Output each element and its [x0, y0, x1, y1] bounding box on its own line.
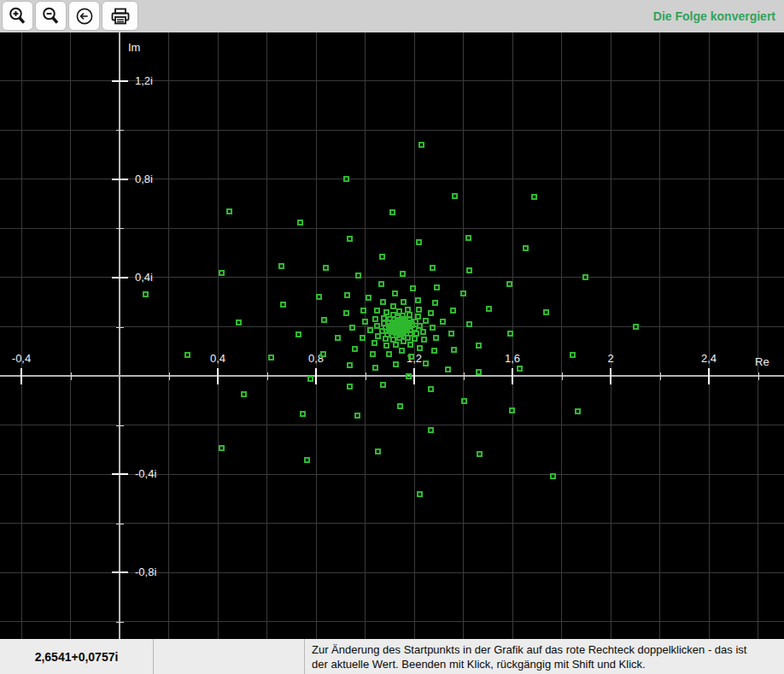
print-button[interactable]	[102, 1, 138, 31]
sequence-point	[428, 386, 434, 392]
sequence-point	[445, 366, 451, 372]
start-value-field[interactable]: 2,6541+0,0757i	[0, 639, 154, 674]
x-major-tick	[20, 368, 22, 384]
sequence-point	[335, 335, 341, 341]
sequence-point	[401, 299, 407, 305]
sequence-point	[452, 193, 458, 199]
y-minor-tick	[116, 327, 124, 328]
sequence-point	[440, 319, 446, 325]
x-minor-tick	[169, 372, 170, 380]
sequence-point	[486, 306, 492, 312]
vertical-grid-line	[463, 32, 464, 639]
sequence-point	[295, 331, 301, 337]
zoom-out-button[interactable]	[35, 1, 67, 31]
x-minor-tick	[366, 372, 366, 380]
y-major-tick	[112, 80, 128, 82]
sequence-point	[523, 245, 529, 251]
zoom-in-button[interactable]	[2, 1, 33, 31]
sequence-point	[304, 457, 310, 463]
y-major-tick	[112, 179, 128, 180]
vertical-grid-line	[218, 32, 219, 639]
sequence-point	[393, 361, 399, 367]
sequence-point	[432, 300, 438, 306]
sequence-point	[372, 365, 378, 371]
sequence-point	[374, 308, 380, 314]
x-minor-tick	[562, 372, 563, 380]
x-minor-tick	[464, 372, 465, 380]
y-minor-tick	[116, 524, 124, 525]
sequence-point	[344, 292, 350, 298]
sequence-point	[408, 354, 414, 360]
vertical-grid-line	[21, 32, 22, 639]
sequence-point	[550, 473, 556, 479]
sequence-point	[347, 384, 353, 390]
sequence-point	[476, 369, 482, 375]
sequence-point	[406, 373, 412, 379]
sequence-point	[354, 413, 360, 419]
sequence-point	[466, 321, 472, 327]
sequence-point	[375, 448, 381, 454]
x-tick-label: 2	[607, 352, 613, 365]
sequence-point	[349, 325, 355, 331]
sequence-point	[420, 329, 426, 335]
sequence-point	[430, 325, 436, 331]
sequence-point	[448, 331, 454, 337]
x-tick-label: 2,4	[701, 352, 717, 365]
sequence-point	[570, 352, 576, 358]
sequence-point	[451, 347, 457, 353]
instructions-text: Zur Änderung des Startpunkts in der Graf…	[305, 639, 784, 674]
printer-icon	[109, 6, 132, 26]
sequence-point	[392, 290, 398, 296]
sequence-point	[343, 176, 349, 182]
sequence-point	[362, 319, 368, 325]
sequence-point	[307, 376, 313, 382]
sequence-point	[633, 324, 639, 330]
sequence-point	[383, 343, 389, 349]
convergence-status-text: Die Folge konvergiert	[653, 9, 775, 23]
instructions-line-1: Zur Änderung des Startpunkts in der Graf…	[312, 642, 779, 657]
sequence-point	[428, 427, 434, 433]
y-minor-tick	[116, 622, 124, 623]
x-minor-tick	[267, 372, 268, 380]
sequence-point	[421, 337, 427, 343]
sequence-point	[300, 411, 306, 417]
sequence-point	[417, 345, 423, 351]
sequence-point	[461, 398, 467, 404]
y-tick-label: -0,8i	[135, 566, 156, 578]
sequence-point	[323, 265, 329, 271]
x-tick-label: 1,6	[505, 352, 520, 365]
instructions-line-2: der aktuelle Wert. Beenden mit Klick, rü…	[312, 657, 779, 671]
sequence-point	[465, 235, 471, 241]
x-major-tick	[610, 368, 611, 384]
vertical-grid-line	[709, 32, 710, 639]
y-tick-label: 0,4i	[135, 271, 153, 284]
sequence-point	[431, 348, 437, 354]
y-tick-label: 0,8i	[135, 173, 153, 185]
status-bar: 2,6541+0,0757i Zur Änderung des Startpun…	[0, 639, 784, 674]
sequence-point	[372, 316, 378, 322]
sequence-point	[428, 310, 434, 316]
sequence-point	[320, 351, 326, 357]
y-tick-label: -0,4i	[135, 467, 156, 480]
sequence-point	[219, 445, 225, 451]
sequence-point	[297, 220, 303, 226]
back-button[interactable]	[68, 1, 100, 31]
sequence-point	[400, 271, 406, 277]
y-minor-tick	[116, 228, 124, 229]
sequence-point	[410, 285, 416, 291]
sequence-point	[383, 309, 389, 315]
sequence-point	[543, 309, 549, 315]
sequence-point	[343, 310, 349, 316]
x-tick-label: 0,4	[210, 352, 225, 365]
x-minor-tick	[660, 372, 661, 380]
y-major-tick	[112, 277, 128, 278]
sequence-point	[367, 327, 373, 333]
sequence-point	[280, 302, 286, 308]
sequence-point	[407, 342, 413, 348]
sequence-point	[370, 351, 376, 357]
complex-plane-canvas[interactable]: -0,40,40,81,21,622,41,2i0,8i0,4i-0,4i-0,…	[0, 32, 784, 639]
vertical-grid-line	[316, 32, 317, 639]
sequence-point	[236, 319, 242, 325]
sequence-point	[386, 351, 392, 357]
sequence-point	[268, 355, 274, 360]
